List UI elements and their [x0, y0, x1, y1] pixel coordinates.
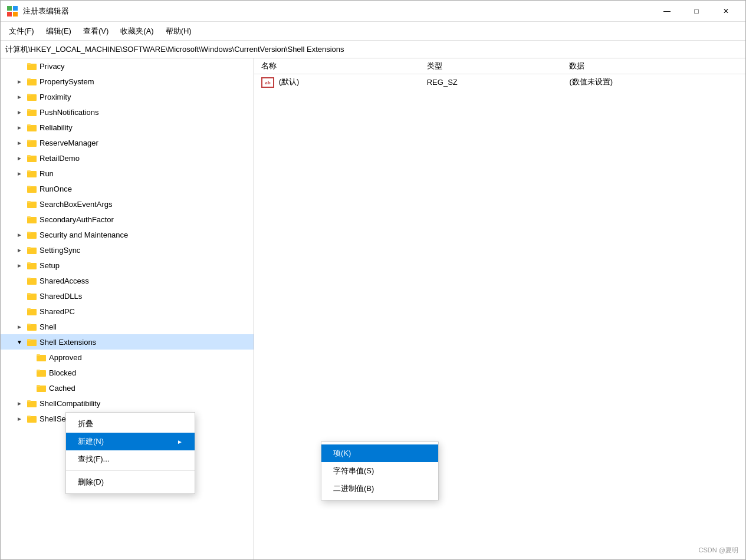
menu-favorites[interactable]: 收藏夹(A) [114, 24, 159, 39]
folder-icon-shellextensions [27, 337, 37, 347]
close-button[interactable]: ✕ [712, 2, 740, 21]
folder-icon-setup [27, 261, 37, 270]
tree-item-securityandmaintenance[interactable]: ► Security and Maintenance [1, 227, 254, 242]
tree-item-reliability[interactable]: ► Reliability [1, 120, 254, 135]
tree-item-approved[interactable]: Approved [1, 350, 254, 365]
tree-item-privacy[interactable]: Privacy [1, 58, 254, 74]
label-blocked: Blocked [49, 368, 76, 377]
expand-privacy[interactable] [15, 61, 24, 71]
svg-rect-28 [27, 232, 31, 233]
svg-rect-30 [27, 247, 31, 249]
tree-item-settingsync[interactable]: ► SettingSync [1, 242, 254, 258]
expand-cached[interactable] [24, 383, 34, 393]
label-securityandmaintenance: Security and Maintenance [40, 230, 128, 239]
tree-item-propertysystem[interactable]: ► PropertySystem [1, 74, 254, 89]
tree-item-setup[interactable]: ► Setup [1, 258, 254, 273]
expand-proximity[interactable]: ► [15, 92, 24, 101]
tree-item-pushnotifications[interactable]: ► PushNotifications [1, 104, 254, 120]
folder-icon-shell [27, 322, 37, 331]
tree-item-retaildemo[interactable]: ► RetailDemo [1, 150, 254, 166]
svg-rect-52 [27, 416, 31, 417]
window-controls: — □ ✕ [653, 2, 740, 21]
tree-item-secondaryauthfactor[interactable]: SecondaryAuthFactor [1, 212, 254, 227]
tree-item-sharedaccess[interactable]: SharedAccess [1, 273, 254, 288]
ctx-item-collapse[interactable]: 折叠 [66, 415, 195, 433]
svg-rect-10 [27, 94, 31, 95]
expand-run[interactable]: ► [15, 169, 24, 178]
expand-securityandmaintenance[interactable]: ► [15, 230, 24, 239]
ctx-item-delete[interactable]: 删除(D) [66, 473, 195, 491]
tree-item-proximity[interactable]: ► Proximity [1, 89, 254, 104]
label-privacy: Privacy [40, 62, 65, 71]
reg-ab-icon: ab [261, 77, 274, 88]
expand-sharedaccess[interactable] [15, 276, 24, 285]
expand-reliability[interactable]: ► [15, 123, 24, 132]
expand-pushnotifications[interactable]: ► [15, 107, 24, 117]
cell-type: REG_SZ [420, 74, 563, 90]
menu-file[interactable]: 文件(F) [3, 24, 40, 39]
expand-reservemanager[interactable]: ► [15, 138, 24, 147]
tree-item-run[interactable]: ► Run [1, 166, 254, 181]
address-bar[interactable]: 计算机\HKEY_LOCAL_MACHINE\SOFTWARE\Microsof… [1, 41, 745, 58]
label-run: Run [40, 169, 54, 178]
watermark: CSDN @夏明 [699, 546, 738, 555]
svg-rect-3 [13, 12, 18, 17]
menu-view[interactable]: 查看(V) [77, 24, 114, 39]
ctx-item-new[interactable]: 新建(N) ► [66, 433, 195, 450]
svg-rect-12 [27, 109, 31, 111]
ctx-item-find[interactable]: 查找(F)... [66, 450, 195, 468]
folder-icon-blocked [36, 368, 47, 377]
svg-rect-44 [37, 354, 40, 356]
label-sharedpc: SharedPC [40, 307, 75, 316]
tree-item-shellcompatibility[interactable]: ► ShellCompatibility [1, 396, 254, 411]
menu-help[interactable]: 帮助(H) [160, 24, 198, 39]
sub-item-binary[interactable]: 二进制值(B) [321, 480, 438, 498]
tree-item-shareddlls[interactable]: SharedDLLs [1, 288, 254, 304]
label-shellextensions: Shell Extensions [40, 338, 96, 347]
minimize-button[interactable]: — [653, 2, 681, 21]
label-proximity: Proximity [40, 93, 71, 101]
expand-secondaryauthfactor[interactable] [15, 215, 24, 224]
tree-item-runonce[interactable]: RunOnce [1, 181, 254, 196]
col-header-data: 数据 [562, 58, 745, 74]
svg-rect-2 [7, 12, 12, 17]
tree-item-searchboxeventargs[interactable]: SearchBoxEventArgs [1, 196, 254, 212]
label-reservemanager: ReserveManager [40, 139, 98, 147]
context-menu: 折叠 新建(N) ► 查找(F)... 删除(D) [65, 412, 195, 494]
expand-shellserviceobjects[interactable]: ► [15, 414, 24, 423]
sub-item-string[interactable]: 字符串值(S) [321, 462, 438, 480]
label-retaildemo: RetailDemo [40, 154, 80, 163]
svg-rect-42 [27, 339, 31, 341]
expand-setup[interactable]: ► [15, 261, 24, 270]
label-reliability: Reliability [40, 123, 73, 132]
expand-runonce[interactable] [15, 184, 24, 193]
expand-sharedpc[interactable] [15, 307, 24, 316]
svg-rect-1 [13, 6, 18, 11]
table-row[interactable]: ab (默认) REG_SZ (数值未设置) [254, 74, 745, 90]
tree-item-shell[interactable]: ► Shell [1, 319, 254, 334]
folder-icon-settingsync [27, 245, 37, 255]
tree-item-blocked[interactable]: Blocked [1, 365, 254, 380]
expand-blocked[interactable] [24, 368, 34, 377]
tree-item-shellextensions[interactable]: ▼ Shell Extensions [1, 334, 254, 350]
address-text: 计算机\HKEY_LOCAL_MACHINE\SOFTWARE\Microsof… [5, 44, 344, 55]
expand-shellcompatibility[interactable]: ► [15, 398, 24, 408]
sub-label-binary: 二进制值(B) [333, 484, 374, 493]
tree-item-sharedpc[interactable]: SharedPC [1, 304, 254, 319]
expand-settingsync[interactable]: ► [15, 245, 24, 255]
menu-edit[interactable]: 编辑(E) [40, 24, 77, 39]
expand-shellextensions[interactable]: ▼ [15, 337, 24, 347]
expand-shareddlls[interactable] [15, 291, 24, 301]
expand-shell[interactable]: ► [15, 322, 24, 331]
expand-retaildemo[interactable]: ► [15, 153, 24, 163]
sub-label-string: 字符串值(S) [333, 466, 374, 475]
submenu: 项(K) 字符串值(S) 二进制值(B) [321, 442, 439, 500]
tree-item-cached[interactable]: Cached [1, 380, 254, 396]
maximize-button[interactable]: □ [683, 2, 710, 21]
expand-approved[interactable] [24, 353, 34, 362]
folder-icon-cached [36, 383, 47, 393]
expand-propertysystem[interactable]: ► [15, 77, 24, 86]
expand-searchboxeventargs[interactable] [15, 199, 24, 209]
sub-item-key[interactable]: 项(K) [321, 444, 438, 462]
tree-item-reservemanager[interactable]: ► ReserveManager [1, 135, 254, 150]
